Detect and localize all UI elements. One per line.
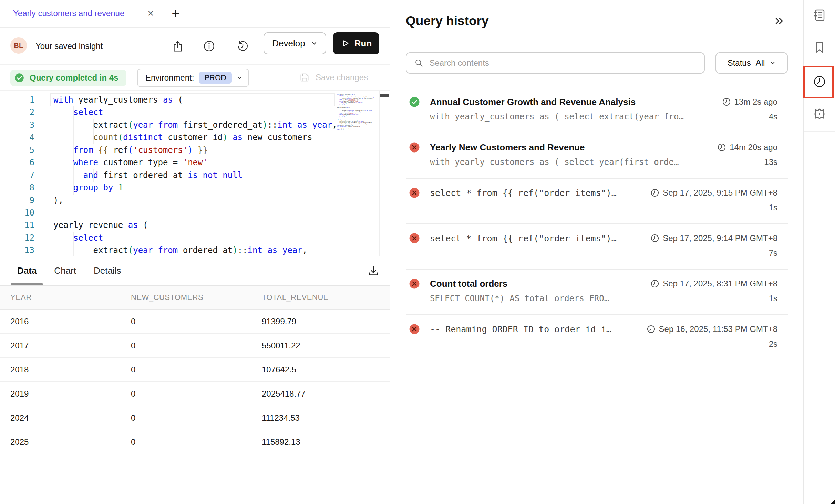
query-title: select * from {{ ref("order_items")… (430, 233, 641, 243)
code-line[interactable]: 10 (0, 207, 336, 219)
query-history-list: Annual Customer Growth and Revenue Analy… (406, 88, 788, 360)
results-tab-bar: DataChartDetails (0, 256, 390, 286)
table-cell: 0 (131, 317, 262, 326)
table-cell: 115892.13 (262, 437, 390, 447)
new-tab-button[interactable]: + (166, 0, 185, 27)
table-row[interactable]: 20250115892.13 (0, 430, 390, 454)
line-number: 8 (0, 181, 34, 194)
environment-dropdown[interactable]: Environment: PROD (137, 69, 249, 87)
query-timestamp: 14m 20s ago (717, 143, 777, 152)
column-header: TOTAL_REVENUE (262, 293, 390, 302)
table-cell: 2025418.77 (262, 389, 390, 399)
line-number: 11 (0, 219, 34, 231)
chevron-down-icon (237, 75, 243, 81)
query-duration: 13s (757, 157, 777, 168)
code-line[interactable]: 5 from {{ ref('customers') }} (0, 144, 336, 156)
results-table-header: YEARNEW_CUSTOMERSTOTAL_REVENUE (0, 286, 390, 310)
query-history-item[interactable]: Annual Customer Growth and Revenue Analy… (406, 88, 788, 133)
code-line[interactable]: 2 select (0, 106, 336, 118)
info-icon[interactable] (203, 40, 216, 53)
query-status-badge: Query completed in 4s (10, 70, 126, 86)
query-duration: 1s (762, 294, 777, 304)
table-cell: 0 (131, 437, 262, 447)
table-row[interactable]: 2016091399.79 (0, 310, 390, 334)
resize-corner (830, 499, 835, 504)
editor-scrollbar[interactable] (379, 91, 390, 256)
query-status-text: Query completed in 4s (30, 73, 118, 83)
table-row[interactable]: 201902025418.77 (0, 382, 390, 406)
save-changes-button[interactable]: Save changes (299, 72, 368, 83)
develop-dropdown[interactable]: Develop (264, 32, 326, 54)
tab-divider (163, 0, 163, 27)
query-title: Count total orders (430, 279, 641, 289)
code-line[interactable]: 7 and first_ordered_at is not null (0, 169, 336, 181)
code-line[interactable]: 3 extract(year from first_ordered_at)::i… (0, 119, 336, 131)
chevron-down-icon (311, 40, 318, 47)
scrollbar-thumb[interactable] (380, 94, 389, 97)
query-history-item[interactable]: select * from {{ ref("order_items")… Sep… (406, 179, 788, 224)
query-title: -- Renaming ORDER_ID to order_id i… (430, 324, 637, 334)
query-snippet: with yearly_customers as ( select year(f… (430, 157, 757, 168)
table-cell: 2018 (0, 365, 131, 375)
double-chevron-right-icon[interactable] (774, 15, 785, 27)
editor-minimap[interactable]: with yearly_customers as ( select extrac… (337, 94, 379, 254)
code-line[interactable]: 4 count(distinct customer_id) as new_cus… (0, 131, 336, 144)
code-line[interactable]: 1with yearly_customers as ( (0, 94, 336, 106)
table-cell: 111234.53 (262, 413, 390, 423)
query-duration: 2s (762, 339, 777, 349)
table-cell: 0 (131, 365, 262, 375)
search-icon (414, 58, 424, 68)
query-history-item[interactable]: Count total orders Sep 17, 2025, 8:31 PM… (406, 270, 788, 315)
results-tab-data[interactable]: Data (11, 256, 43, 285)
code-line[interactable]: 9), (0, 194, 336, 207)
table-row[interactable]: 20240111234.53 (0, 406, 390, 430)
status-filter-dropdown[interactable]: Status All (715, 52, 788, 74)
dbt-icon[interactable] (804, 107, 835, 121)
query-timestamp: Sep 17, 2025, 9:15 PM GMT+8 (650, 188, 777, 198)
table-cell: 0 (131, 413, 262, 423)
search-input[interactable] (429, 58, 697, 68)
status-filter-label: Status (728, 58, 751, 68)
clock-history-icon[interactable] (804, 74, 835, 89)
table-row[interactable]: 20170550011.22 (0, 334, 390, 358)
play-icon (341, 39, 350, 48)
code-line[interactable]: 12 select (0, 232, 336, 244)
table-row[interactable]: 20180107642.5 (0, 358, 390, 382)
close-tab-icon[interactable]: × (147, 8, 154, 19)
run-button[interactable]: Run (333, 32, 379, 54)
code-line[interactable]: 6 where customer_type = 'new' (0, 156, 336, 169)
version-history-icon[interactable] (236, 40, 249, 53)
tab-label: Yearly customers and revenue (13, 9, 143, 18)
code-line[interactable]: 11yearly_revenue as ( (0, 219, 336, 231)
results-tab-chart[interactable]: Chart (48, 256, 82, 285)
clock-icon (717, 143, 726, 152)
line-number: 9 (0, 194, 34, 207)
code-line[interactable]: 8 group by 1 (0, 181, 336, 194)
panel-title: Query history (406, 14, 489, 28)
query-history-item[interactable]: select * from {{ ref("order_items")… Sep… (406, 224, 788, 270)
error-x-icon (409, 187, 420, 199)
error-x-icon (409, 323, 420, 335)
line-number: 12 (0, 232, 34, 244)
sql-code-editor[interactable]: 1with yearly_customers as (2 select3 ext… (0, 91, 390, 256)
line-number: 5 (0, 144, 34, 156)
query-history-item[interactable]: -- Renaming ORDER_ID to order_id i… Sep … (406, 315, 788, 360)
query-snippet (430, 248, 762, 259)
share-icon[interactable] (171, 40, 184, 53)
query-snippet (430, 339, 762, 349)
table-cell: 2024 (0, 413, 131, 423)
status-filter-value: All (756, 58, 765, 68)
search-field[interactable] (406, 52, 705, 74)
results-tab-details[interactable]: Details (87, 256, 127, 285)
notebook-icon[interactable] (804, 8, 835, 22)
query-history-item[interactable]: Yearly New Customers and Revenue 14m 20s… (406, 133, 788, 179)
query-title: Yearly New Customers and Revenue (430, 142, 708, 153)
tab-yearly-customers-and-revenue[interactable]: Yearly customers and revenue × (0, 0, 163, 27)
download-icon[interactable] (367, 265, 380, 278)
chevron-down-icon (770, 60, 776, 66)
bookmark-icon[interactable] (804, 41, 835, 54)
check-circle-icon (14, 72, 25, 83)
code-line[interactable]: 13 extract(year from ordered_at)::int as… (0, 244, 336, 256)
editor-status-row: Query completed in 4s Environment: PROD … (0, 64, 390, 91)
query-timestamp: 13m 2s ago (722, 97, 777, 107)
